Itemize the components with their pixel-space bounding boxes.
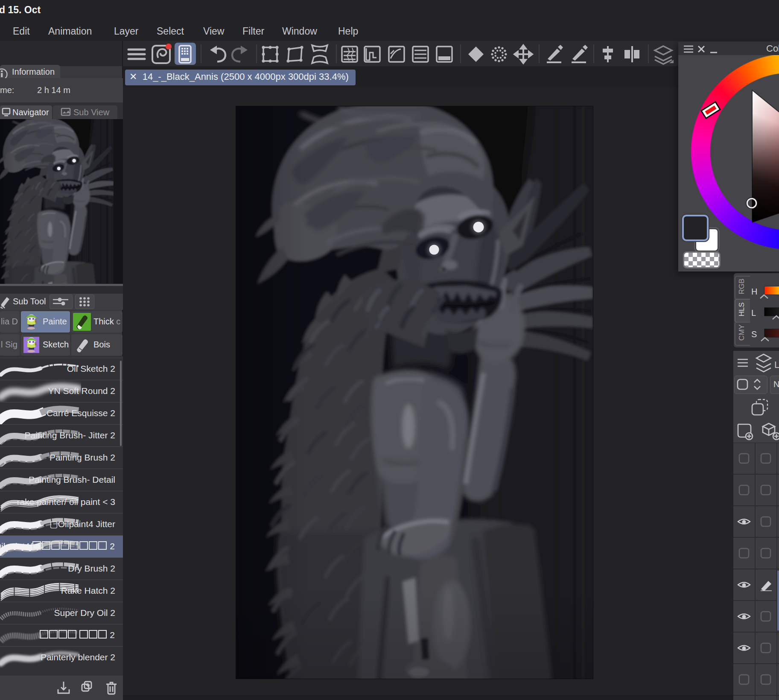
svg-text:L: L [774,359,779,370]
